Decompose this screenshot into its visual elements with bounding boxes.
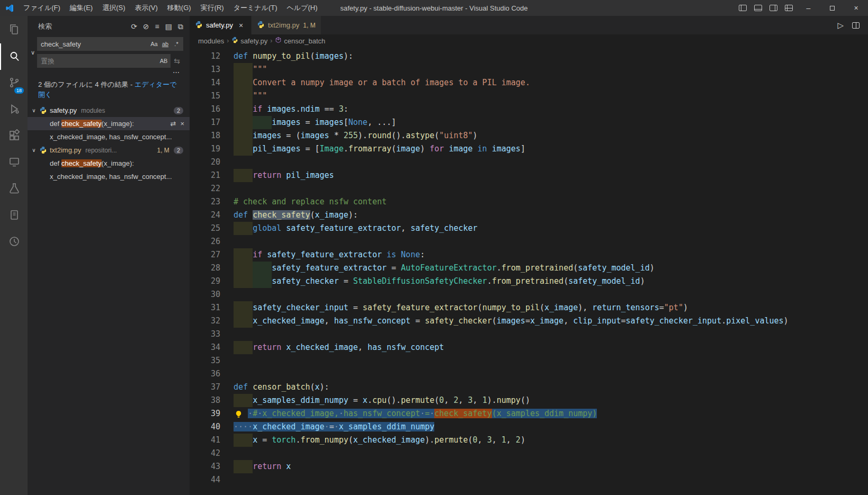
line-number: 22 <box>190 182 220 195</box>
breadcrumb-modules[interactable]: modules <box>198 37 224 45</box>
activity-notebook[interactable] <box>0 202 28 229</box>
menu-run[interactable]: 実行(R) <box>196 0 229 16</box>
activity-run-debug[interactable] <box>0 96 28 123</box>
code-line[interactable]: 24def check_safety(x_image): <box>190 209 868 222</box>
code-line[interactable]: 12def numpy_to_pil(images): <box>190 50 868 63</box>
replace-match-icon[interactable]: ⇄ <box>171 120 176 128</box>
toggle-search-details-button[interactable]: ⋯ <box>173 68 180 77</box>
regex-icon[interactable]: .* <box>171 39 182 49</box>
chevron-down-icon[interactable]: ∨ <box>30 147 38 153</box>
dismiss-match-icon[interactable]: × <box>180 120 184 128</box>
replace-input[interactable] <box>41 57 158 65</box>
search-file-row[interactable]: ∨txt2img.pyrepositori...1, M2 <box>28 143 190 157</box>
menu-selection[interactable]: 選択(S) <box>97 0 130 16</box>
code-line[interactable]: 37def censor_batch(x): <box>190 381 868 394</box>
search-file-row[interactable]: ∨safety.pymodules2 <box>28 104 190 117</box>
split-editor-icon[interactable] <box>852 22 860 29</box>
notebook-icon <box>8 209 21 223</box>
code-line[interactable]: 30 <box>190 288 868 301</box>
activity-explorer[interactable] <box>0 17 28 43</box>
tab-safety-py[interactable]: safety.py × <box>190 16 252 34</box>
code-line[interactable]: 28 safety_feature_extractor = AutoFeatur… <box>190 262 868 275</box>
code-line[interactable]: 32 x_checked_image, has_nsfw_concept = s… <box>190 314 868 328</box>
activity-extensions[interactable] <box>0 123 28 149</box>
minimize-button[interactable]: – <box>797 0 820 16</box>
chevron-down-icon[interactable]: ∨ <box>30 107 38 113</box>
toggle-replace-button[interactable]: ∨ <box>29 37 37 68</box>
code-line[interactable]: 23# check and replace nsfw content <box>190 195 868 209</box>
code-line[interactable]: 18 images = (images * 255).round().astyp… <box>190 129 868 142</box>
menu-edit[interactable]: 編集(E) <box>65 0 97 16</box>
code-line[interactable]: 43 return x <box>190 460 868 473</box>
code-line[interactable]: 14 Convert a numpy image or a batch of i… <box>190 76 868 89</box>
clear-search-results-icon[interactable]: ⊘ <box>143 22 149 31</box>
toggle-secondary-sidebar-icon[interactable] <box>769 5 777 11</box>
activity-testing[interactable] <box>0 176 28 202</box>
activity-search[interactable] <box>0 43 28 70</box>
close-window-button[interactable]: × <box>844 0 868 16</box>
menu-file[interactable]: ファイル(F) <box>19 0 65 16</box>
code-line[interactable]: 40····x_checked_image·=·x_samples_ddim_n… <box>190 420 868 434</box>
code-line[interactable]: 42 <box>190 447 868 460</box>
whole-word-icon[interactable]: ab <box>160 39 171 49</box>
toggle-sidebar-icon[interactable] <box>739 5 747 11</box>
code-line[interactable]: 26 <box>190 235 868 248</box>
match-case-icon[interactable]: Aa <box>149 39 159 49</box>
code-line[interactable]: 29 safety_checker = StableDiffusionSafet… <box>190 275 868 288</box>
replace-all-icon[interactable]: ⇆ <box>171 55 183 67</box>
code-line[interactable]: 15 """ <box>190 89 868 103</box>
breadcrumb-symbol[interactable]: censor_batch <box>275 37 325 45</box>
refresh-icon[interactable]: ⟳ <box>131 22 137 31</box>
preserve-case-icon[interactable]: AB <box>158 56 169 66</box>
code-line[interactable]: 16 if images.ndim == 3: <box>190 103 868 116</box>
code-line[interactable]: 35 <box>190 354 868 367</box>
code-line[interactable]: 31 safety_checker_input = safety_feature… <box>190 301 868 314</box>
activity-timeline[interactable] <box>0 229 28 255</box>
code-line[interactable]: 39 ·#·x_checked_image,·has_nsfw_concept·… <box>190 407 868 420</box>
activity-source-control[interactable]: 18 <box>0 70 28 96</box>
close-tab-icon[interactable]: × <box>236 21 246 30</box>
code-line[interactable]: 17 images = images[None, ...] <box>190 116 868 129</box>
line-content: x_checked_image, has_nsfw_concept = safe… <box>234 314 868 328</box>
match-pre: x_checked_image, has_nsfw_concept... <box>50 173 172 181</box>
code-line[interactable]: 36 <box>190 367 868 381</box>
code-line[interactable]: 22 <box>190 182 868 195</box>
toggle-panel-icon[interactable] <box>754 5 762 11</box>
code-line[interactable]: 44 <box>190 473 868 487</box>
collapse-all-icon[interactable]: ⧉ <box>178 22 183 31</box>
line-content: safety_checker = StableDiffusionSafetyCh… <box>234 275 868 288</box>
code-line[interactable]: 21 return pil_images <box>190 169 868 182</box>
tab-txt2img-py[interactable]: txt2img.py 1, M <box>252 16 321 34</box>
code-line[interactable]: 25 global safety_feature_extractor, safe… <box>190 222 868 235</box>
code-line[interactable]: 27 if safety_feature_extractor is None: <box>190 248 868 262</box>
code-line[interactable]: 33 <box>190 328 868 341</box>
line-content <box>234 473 868 487</box>
menu-view[interactable]: 表示(V) <box>130 0 163 16</box>
code-line[interactable]: 34 return x_checked_image, has_nsfw_conc… <box>190 341 868 354</box>
code-line[interactable]: 38 x_samples_ddim_numpy = x.cpu().permut… <box>190 394 868 407</box>
code-editor[interactable]: 12def numpy_to_pil(images):13 """14 Conv… <box>190 47 868 495</box>
code-line[interactable]: 19 pil_images = [Image.fromarray(image) … <box>190 142 868 156</box>
vscode-logo-icon <box>5 4 14 13</box>
search-match-row[interactable]: x_checked_image, has_nsfw_concept... <box>28 130 190 143</box>
maximize-button[interactable] <box>820 0 844 16</box>
activity-remote-explorer[interactable] <box>0 149 28 176</box>
menu-help[interactable]: ヘルプ(H) <box>282 0 323 16</box>
search-match-row[interactable]: def check_safety(x_image): <box>28 157 190 170</box>
lightbulb-icon[interactable] <box>235 409 243 418</box>
line-content <box>234 182 868 195</box>
view-as-tree-icon[interactable]: ≡ <box>155 22 159 31</box>
menu-go[interactable]: 移動(G) <box>163 0 196 16</box>
customize-layout-icon[interactable] <box>785 5 793 11</box>
code-line[interactable]: 41 x = torch.from_numpy(x_checked_image)… <box>190 434 868 447</box>
search-match-row[interactable]: def check_safety(x_image):⇄× <box>28 117 190 130</box>
code-line[interactable]: 13 """ <box>190 63 868 76</box>
search-match-row[interactable]: x_checked_image, has_nsfw_concept... <box>28 170 190 183</box>
menu-terminal[interactable]: ターミナル(T) <box>229 0 282 16</box>
breadcrumb-file[interactable]: safety.py <box>231 37 267 45</box>
open-new-search-editor-icon[interactable]: ▤ <box>165 22 172 31</box>
code-line[interactable]: 20 <box>190 156 868 169</box>
search-input[interactable] <box>41 40 148 48</box>
run-python-file-icon[interactable]: ▷ <box>837 21 844 30</box>
line-text: x_checked_image, has_nsfw_concept = safe… <box>234 316 789 326</box>
